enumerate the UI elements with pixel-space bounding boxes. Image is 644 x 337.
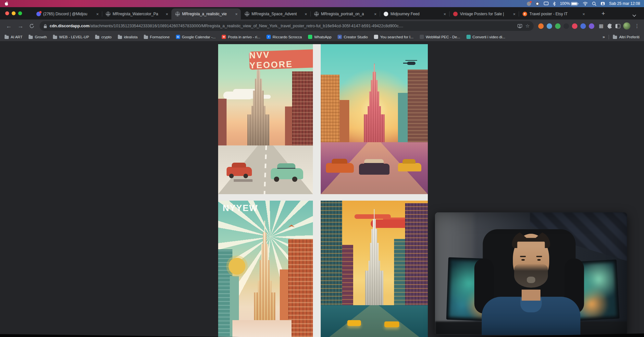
tab-title: Travel poster - Etsy IT: [529, 12, 579, 16]
poster-title: NYYEW: [223, 203, 258, 213]
bookmark-label: You searched for I...: [380, 35, 414, 39]
browser-tab[interactable]: (2765) Discord | @Midjou ×: [32, 8, 102, 19]
bookmark-star-icon[interactable]: ☆: [526, 23, 530, 29]
bookmark-favicon: ∞: [338, 35, 342, 39]
apple-menu-icon[interactable]: [5, 1, 8, 6]
tab-title: Vintage Posters for Sale |: [460, 12, 510, 16]
spotlight-search-icon[interactable]: [592, 2, 596, 6]
building: [321, 75, 340, 145]
bookmark-item[interactable]: crypto: [95, 35, 111, 39]
bookmark-favicon: M: [222, 35, 226, 39]
update-badge-icon[interactable]: [527, 2, 531, 6]
browser-tab[interactable]: MRregista_a_realistic_vie ×: [171, 8, 241, 19]
menu-bar-clock[interactable]: Sab 25 mar 12:08: [609, 1, 640, 6]
building: [321, 201, 342, 308]
apps-grid-icon[interactable]: ▦: [599, 23, 604, 29]
extension-icon[interactable]: [564, 23, 569, 29]
tab-close-icon[interactable]: ×: [582, 12, 586, 17]
tab-close-icon[interactable]: ×: [373, 12, 377, 17]
bookmarks-overflow-icon[interactable]: »: [602, 34, 605, 39]
bookmark-item[interactable]: M Posta in arrivo - ri...: [222, 35, 260, 39]
green-vintage-car: [271, 168, 303, 179]
tab-search-chevron-icon[interactable]: [632, 12, 636, 18]
poster-top-right: [321, 44, 428, 194]
bookmark-item[interactable]: Growth: [29, 35, 47, 39]
focus-toggle-icon[interactable]: [535, 2, 539, 6]
browser-tab[interactable]: MRregista_portrait_on_a ×: [310, 8, 380, 19]
bookmark-item[interactable]: ∞ Creator Studio: [338, 35, 368, 39]
street: [232, 320, 291, 337]
close-window-button[interactable]: [5, 11, 9, 15]
tab-close-icon[interactable]: ×: [512, 12, 516, 17]
browser-toolbar: ← → cdn.discordapp.com/attachments/10135…: [0, 19, 644, 32]
orange-car: [326, 163, 354, 173]
bookmark-item[interactable]: Formazione: [144, 35, 170, 39]
bookmark-item[interactable]: WhatsApp: [308, 35, 331, 39]
extensions-puzzle-icon[interactable]: [607, 23, 613, 29]
new-tab-button[interactable]: +: [601, 10, 605, 17]
browser-tab[interactable]: Midjourney Feed ×: [380, 8, 449, 19]
tab-close-icon[interactable]: ×: [95, 12, 99, 17]
browser-tab[interactable]: Vintage Posters for Sale | ×: [449, 8, 519, 19]
display-icon[interactable]: [544, 2, 549, 6]
tab-close-icon[interactable]: ×: [165, 12, 169, 17]
midjourney-grid-image: NVV YEOORE: [218, 44, 428, 337]
install-app-icon[interactable]: [517, 24, 522, 28]
bookmark-list: AI ART Growth WEB - LEVEL-UP crypto idea…: [5, 35, 598, 39]
bookmark-item[interactable]: WebMail PEC - De...: [420, 35, 460, 39]
other-bookmarks-label: Altri Preferiti: [619, 35, 639, 39]
browser-tab[interactable]: MRregista_Space_Advent ×: [241, 8, 310, 19]
battery-status[interactable]: 100%: [560, 1, 578, 6]
battery-percent-label: 100%: [560, 1, 570, 6]
bookmark-label: idealista: [124, 35, 138, 39]
bookmark-item[interactable]: 31 Google Calendar -...: [176, 35, 216, 39]
bookmark-favicon: [29, 36, 33, 39]
building: [405, 203, 428, 308]
bookmark-item[interactable]: f Riccardo Scrocca: [266, 35, 302, 39]
extension-icon[interactable]: [572, 23, 577, 29]
bookmark-item[interactable]: Converti i video di...: [466, 35, 505, 39]
extension-icon[interactable]: [580, 23, 586, 29]
building: [218, 99, 227, 149]
bookmark-item[interactable]: idealista: [118, 35, 138, 39]
reload-button[interactable]: [29, 23, 34, 29]
sun-disc: [229, 258, 245, 275]
poster-bottom-left: NYYEW: [218, 201, 313, 337]
vignette: [435, 212, 627, 335]
tab-favicon: [384, 12, 388, 16]
bookmark-label: AI ART: [11, 35, 22, 39]
bookmarks-divider: [609, 35, 609, 39]
bookmark-item[interactable]: AI ART: [5, 35, 22, 39]
split-screen-icon[interactable]: [615, 24, 620, 28]
chrome-tab-strip: (2765) Discord | @Midjou × MRregista_Wat…: [0, 7, 644, 19]
bookmark-item[interactable]: WEB - LEVEL-UP: [53, 35, 89, 39]
tab-close-icon[interactable]: ×: [234, 12, 238, 17]
address-bar[interactable]: cdn.discordapp.com/attachments/101351233…: [40, 21, 534, 31]
forward-button[interactable]: →: [18, 23, 23, 30]
menu-bar-status: 100% Sab 25 mar 12:08: [527, 1, 644, 6]
fast-user-switch-icon[interactable]: [601, 2, 605, 6]
zoom-window-button[interactable]: [18, 11, 22, 15]
bookmark-favicon: [95, 36, 99, 39]
browser-tab[interactable]: E Travel poster - Etsy IT ×: [519, 8, 588, 19]
yellow-taxi: [398, 163, 421, 171]
extension-icon[interactable]: [538, 23, 544, 29]
extension-icon[interactable]: [555, 23, 561, 29]
extension-icon[interactable]: [547, 23, 552, 29]
browser-tab[interactable]: MRregista_Watercolor_Pa ×: [102, 8, 171, 19]
profile-avatar[interactable]: [623, 22, 630, 30]
extension-icon[interactable]: [589, 23, 594, 29]
back-button[interactable]: ←: [6, 23, 12, 30]
chrome-menu-icon[interactable]: ⋮: [635, 23, 639, 29]
wifi-icon[interactable]: [583, 2, 588, 6]
url-path: /attachments/1013512335442333816/1089142…: [89, 24, 403, 28]
tab-close-icon[interactable]: ×: [443, 12, 447, 17]
bookmark-item[interactable]: You searched for I...: [374, 35, 414, 39]
other-bookmarks-folder[interactable]: Altri Preferiti: [613, 35, 639, 39]
tab-close-icon[interactable]: ×: [304, 12, 308, 17]
poster-top-left: NVV YEOORE: [218, 44, 313, 194]
bluetooth-icon[interactable]: [553, 2, 556, 6]
yellow-taxi: [384, 321, 399, 327]
bookmark-label: WEB - LEVEL-UP: [59, 35, 89, 39]
minimize-window-button[interactable]: [12, 11, 16, 15]
